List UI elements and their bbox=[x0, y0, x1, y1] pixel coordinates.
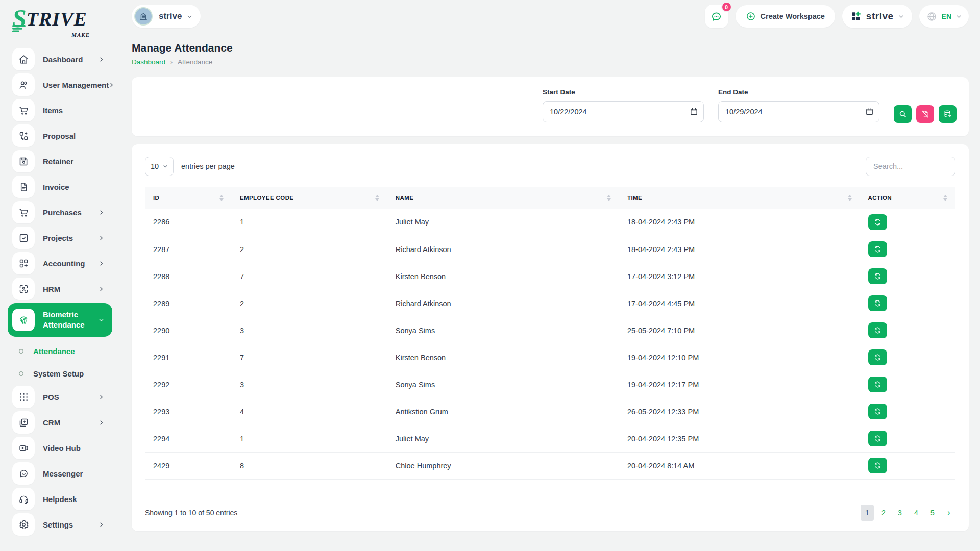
sidebar-item-dashboard[interactable]: Dashboard bbox=[12, 48, 106, 70]
cell-id: 2289 bbox=[145, 290, 232, 317]
sidebar-item-biometric-attendance[interactable]: Biometric Attendance bbox=[8, 303, 112, 337]
sync-attendance-button[interactable] bbox=[868, 404, 887, 419]
start-date-input[interactable] bbox=[543, 101, 704, 122]
sidebar-item-label: Biometric Attendance bbox=[43, 310, 98, 331]
cell-name: Juliet May bbox=[387, 425, 619, 452]
showing-entries-text: Showing 1 to 10 of 50 entries bbox=[145, 509, 237, 517]
sidebar-item-label: Invoice bbox=[43, 183, 69, 191]
table-header-row: IDEMPLOYEE CODENAMETIMEACTION bbox=[145, 187, 955, 209]
chevron-down-icon bbox=[898, 14, 904, 19]
cell-name: Chloe Humphrey bbox=[387, 452, 619, 479]
sync-attendance-button[interactable] bbox=[868, 214, 887, 230]
cell-employee-code: 1 bbox=[232, 209, 387, 236]
entries-per-page-select[interactable]: 10 bbox=[145, 157, 174, 176]
chevron-down-icon bbox=[956, 14, 962, 19]
workspace-name: strive bbox=[159, 11, 182, 21]
chevron-right-icon bbox=[99, 57, 104, 62]
plus-circle-icon bbox=[746, 11, 756, 21]
table-row: 22861Juliet May18-04-2024 2:43 PM bbox=[145, 209, 955, 236]
sidebar-item-proposal[interactable]: Proposal bbox=[12, 124, 106, 147]
sidebar-item-settings[interactable]: Settings bbox=[12, 513, 106, 536]
sync-attendance-button[interactable] bbox=[868, 268, 887, 284]
sync-attendance-button[interactable] bbox=[868, 349, 887, 365]
table-search-input[interactable] bbox=[866, 157, 955, 176]
sidebar-item-purchases[interactable]: Purchases bbox=[12, 201, 106, 223]
sort-icon[interactable] bbox=[607, 195, 611, 201]
cell-action bbox=[860, 452, 955, 479]
messenger-icon bbox=[12, 462, 35, 485]
sidebar-item-crm[interactable]: CRM bbox=[12, 411, 106, 434]
page-button-1[interactable]: 1 bbox=[861, 505, 874, 521]
cell-action bbox=[860, 371, 955, 398]
sidebar-item-user-management[interactable]: User Management bbox=[12, 73, 106, 96]
sort-icon[interactable] bbox=[848, 195, 852, 201]
page-button-5[interactable]: 5 bbox=[926, 505, 939, 521]
sidebar-item-label: Items bbox=[43, 106, 63, 115]
apply-filter-button[interactable] bbox=[894, 105, 912, 123]
column-label: ID bbox=[153, 195, 159, 201]
cell-name: Sonya Sims bbox=[387, 371, 619, 398]
messages-button[interactable]: 0 bbox=[705, 5, 728, 28]
cell-name: Kirsten Benson bbox=[387, 344, 619, 371]
cell-time: 20-04-2024 8:14 AM bbox=[619, 452, 860, 479]
sidebar-item-label: Accounting bbox=[43, 259, 85, 268]
start-date-label: Start Date bbox=[543, 88, 704, 96]
workspace-selector[interactable]: strive bbox=[132, 5, 201, 28]
sidebar-item-items[interactable]: Items bbox=[12, 99, 106, 121]
chevron-right-icon bbox=[99, 210, 104, 215]
chevron-right-icon bbox=[109, 82, 114, 88]
sidebar-item-retainer[interactable]: Retainer bbox=[12, 150, 106, 172]
page-button-2[interactable]: 2 bbox=[877, 505, 890, 521]
sync-attendance-button[interactable] bbox=[868, 322, 887, 338]
cell-action bbox=[860, 344, 955, 371]
sidebar-item-hrm[interactable]: HRM bbox=[12, 278, 106, 300]
sidebar-item-helpdesk[interactable]: Helpdesk bbox=[12, 488, 106, 510]
sidebar-item-invoice[interactable]: Invoice bbox=[12, 176, 106, 198]
start-date-group: Start Date bbox=[543, 88, 704, 122]
sidebar-item-label: Retainer bbox=[43, 157, 74, 166]
sidebar-item-projects[interactable]: Projects bbox=[12, 227, 106, 249]
sort-icon[interactable] bbox=[943, 195, 947, 201]
page-button-3[interactable]: 3 bbox=[893, 505, 906, 521]
cell-id: 2286 bbox=[145, 209, 232, 236]
end-date-group: End Date bbox=[718, 88, 879, 122]
chat-bubble-icon bbox=[710, 11, 722, 22]
home-icon bbox=[12, 48, 35, 70]
sync-attendance-button[interactable] bbox=[868, 377, 887, 392]
sync-attendance-button[interactable] bbox=[868, 241, 887, 257]
language-selector[interactable]: EN bbox=[919, 5, 969, 28]
table-row: 24298Chloe Humphrey20-04-2024 8:14 AM bbox=[145, 452, 955, 479]
sync-attendance-button[interactable] bbox=[868, 431, 887, 446]
create-workspace-button[interactable]: Create Workspace bbox=[736, 5, 835, 28]
breadcrumb-dashboard-link[interactable]: Dashboard bbox=[132, 58, 165, 66]
cell-time: 18-04-2024 2:43 PM bbox=[619, 236, 860, 263]
sidebar-item-label: HRM bbox=[43, 285, 60, 293]
attendance-table: IDEMPLOYEE CODENAMETIMEACTION 22861Julie… bbox=[145, 187, 955, 480]
sort-icon[interactable] bbox=[375, 195, 379, 201]
sidebar-subitem-system-setup[interactable]: System Setup bbox=[18, 363, 106, 384]
column-label: ACTION bbox=[868, 195, 892, 201]
main-content: strive 0 Create Workspace bbox=[116, 0, 980, 551]
export-data-button[interactable] bbox=[939, 105, 957, 123]
page-button-4[interactable]: 4 bbox=[910, 505, 923, 521]
cell-name: Juliet May bbox=[387, 209, 619, 236]
end-date-input[interactable] bbox=[718, 101, 879, 122]
sidebar-item-messenger[interactable]: Messenger bbox=[12, 462, 106, 485]
sync-attendance-button[interactable] bbox=[868, 458, 887, 473]
next-page-button[interactable]: › bbox=[942, 505, 955, 521]
sort-icon[interactable] bbox=[219, 195, 224, 201]
sync-attendance-button[interactable] bbox=[868, 295, 887, 311]
table-row: 22934Antikstion Grum26-05-2024 12:33 PM bbox=[145, 398, 955, 425]
sidebar-item-pos[interactable]: POS bbox=[12, 386, 106, 408]
app-switcher[interactable]: strive bbox=[842, 5, 912, 28]
sidebar-item-accounting[interactable]: Accounting bbox=[12, 252, 106, 274]
helpdesk-icon bbox=[12, 488, 35, 510]
circle-icon bbox=[18, 348, 24, 354]
strive-logo[interactable]: S TRIVE MAKE bbox=[12, 7, 99, 35]
sidebar-item-video-hub[interactable]: Video Hub bbox=[12, 437, 106, 459]
chevron-down-icon bbox=[187, 14, 192, 19]
filter-buttons bbox=[894, 105, 957, 123]
clear-filter-button[interactable] bbox=[916, 105, 934, 123]
cell-action bbox=[860, 290, 955, 317]
sidebar-subitem-attendance[interactable]: Attendance bbox=[18, 341, 106, 361]
